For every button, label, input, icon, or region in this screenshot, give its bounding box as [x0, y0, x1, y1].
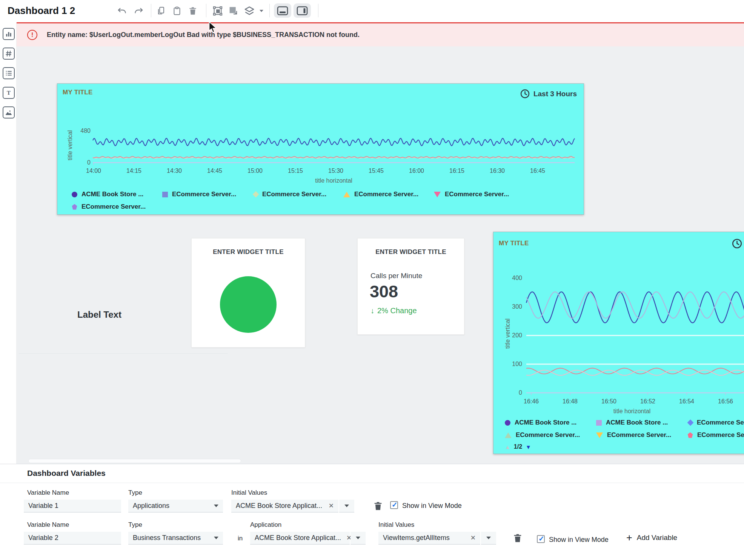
layers-icon	[244, 5, 255, 17]
show-in-view-mode-label: Show in View Mode	[402, 502, 462, 510]
x-tick-label: 14:00	[86, 168, 101, 174]
type-select[interactable]: Applications	[128, 500, 223, 512]
legend-item: ACME Book Store ...	[505, 419, 596, 426]
y-tick-label: 0	[519, 389, 522, 396]
legend-label: ACME Book Store ...	[81, 191, 143, 198]
ungroup-icon	[228, 6, 239, 16]
pager-down-icon[interactable]: ▼	[526, 444, 531, 450]
chevron-down-icon	[214, 505, 218, 507]
legend-label: ECommerce Server...	[262, 191, 326, 198]
initial-values-token[interactable]: ACME Book Store Applicat... ✕	[231, 500, 338, 512]
variable-name-input[interactable]	[24, 500, 121, 512]
initial-values-token[interactable]: ViewItems.getAllItems ✕	[378, 532, 480, 545]
type-select[interactable]: Business Transactions	[128, 532, 223, 545]
delete-variable-button[interactable]	[512, 532, 523, 544]
line-chart	[93, 128, 575, 166]
clock-icon	[520, 89, 530, 99]
widget-title: MY TITLE	[499, 240, 529, 247]
metric-value: 308	[370, 282, 398, 302]
widget-title: MY TITLE	[63, 89, 93, 96]
undo-icon	[117, 6, 127, 16]
toolbar-separator	[318, 4, 318, 17]
chevron-down-icon	[260, 10, 263, 12]
show-in-view-mode-checkbox[interactable]: ✓	[390, 501, 398, 509]
legend-item: ECommerce Ser...	[687, 431, 744, 439]
type-label: Type	[128, 489, 142, 497]
horizontal-scrollbar[interactable]	[28, 459, 241, 463]
legend-label: ECommerce Server...	[445, 191, 509, 198]
panel-bottom-toggle[interactable]	[274, 3, 291, 18]
time-range[interactable]: Last 3 Hours	[520, 89, 577, 99]
layers-caret-button[interactable]	[258, 5, 265, 17]
panel-right-toggle[interactable]	[294, 3, 311, 18]
group-button[interactable]	[212, 5, 223, 17]
label-widget-text: Label Text	[77, 309, 121, 320]
legend-item: ECommerce Server...	[162, 191, 253, 198]
chevron-down-icon	[214, 537, 218, 539]
sidebar-item-image-widget[interactable]	[3, 106, 15, 118]
copy-icon	[156, 6, 166, 16]
sidebar-item-list-widget[interactable]	[3, 67, 15, 79]
metric-change-label: 2% Change	[377, 306, 417, 315]
show-in-view-mode-checkbox[interactable]: ✓	[537, 535, 545, 543]
trash-icon	[373, 500, 383, 512]
chevron-down-icon	[344, 505, 349, 507]
y-tick-label: 480	[80, 128, 91, 134]
sidebar-item-chart-widget[interactable]	[3, 28, 15, 40]
y-tick-label: 300	[512, 303, 522, 310]
redo-button[interactable]	[133, 5, 144, 17]
undo-button[interactable]	[116, 5, 128, 17]
x-tick-label: 16:48	[563, 398, 578, 405]
delete-button[interactable]	[187, 5, 198, 17]
metric-widget[interactable]: ENTER WIDGET TITLE Calls per Minute 308 …	[357, 238, 464, 335]
application-token[interactable]: ACME Book Store Applicat... ✕	[250, 532, 350, 545]
timeseries-widget-1[interactable]: MY TITLE Last 3 Hours title vertical 480…	[57, 83, 584, 215]
remove-token-icon[interactable]: ✕	[465, 534, 476, 542]
variable-name-label: Variable Name	[27, 489, 69, 497]
triangle-up-marker-icon	[343, 192, 350, 197]
trash-icon	[512, 532, 523, 544]
panel-bottom-icon	[277, 6, 288, 15]
pager-up-icon[interactable]: ▲	[505, 444, 510, 450]
token-text: ACME Book Store Applicat...	[236, 502, 322, 510]
error-message: Entity name: $UserLogOut.memberLogOut Ba…	[47, 31, 360, 39]
add-variable-button[interactable]: + Add Variable	[626, 534, 677, 542]
legend-label: ACME Book Store ...	[515, 419, 576, 426]
pie-widget[interactable]: ENTER WIDGET TITLE	[191, 238, 305, 348]
initial-values-dropdown[interactable]	[339, 500, 354, 512]
legend-label: ECommerce Ser...	[697, 431, 744, 439]
time-range[interactable]	[732, 238, 742, 249]
chevron-down-icon	[486, 537, 491, 539]
paste-icon	[172, 6, 182, 16]
sidebar-item-metric-widget[interactable]	[3, 48, 15, 60]
clock-icon	[732, 238, 742, 249]
application-label: Application	[250, 521, 281, 529]
error-icon: !	[27, 30, 37, 40]
toolbar-separator	[269, 4, 270, 17]
delete-variable-button[interactable]	[373, 500, 383, 512]
arrow-down-icon: ↓	[370, 306, 374, 315]
legend-label: ECommerce Ser...	[697, 419, 744, 426]
timeseries-widget-2[interactable]: MY TITLE title vertical 4003002001000 16…	[493, 232, 744, 454]
sidebar-item-text-widget[interactable]: T	[3, 87, 15, 99]
legend-label: ECommerce Server...	[172, 191, 236, 198]
copy-button[interactable]	[155, 5, 167, 17]
y-axis-ticks: 4800	[65, 128, 91, 163]
panel-right-icon	[297, 6, 308, 15]
initial-values-dropdown[interactable]	[481, 532, 496, 545]
chart-legend: ACME Book Store ...ECommerce Server...EC…	[72, 191, 524, 211]
variable-name-input[interactable]	[24, 532, 121, 545]
pentagon-marker-icon	[72, 204, 77, 210]
bar-chart-icon	[5, 30, 12, 38]
x-tick-label: 14:30	[167, 168, 182, 174]
legend-label: ACME Book Store ...	[606, 419, 668, 426]
x-tick-label: 14:15	[126, 168, 141, 174]
hash-icon	[5, 50, 12, 57]
layers-button[interactable]	[244, 5, 255, 17]
application-dropdown[interactable]	[350, 532, 366, 545]
ungroup-button[interactable]	[228, 5, 239, 17]
initial-values-label: Initial Values	[378, 521, 414, 529]
remove-token-icon[interactable]: ✕	[323, 502, 334, 510]
legend-label: ECommerce Server...	[607, 431, 671, 439]
paste-button[interactable]	[171, 5, 183, 17]
